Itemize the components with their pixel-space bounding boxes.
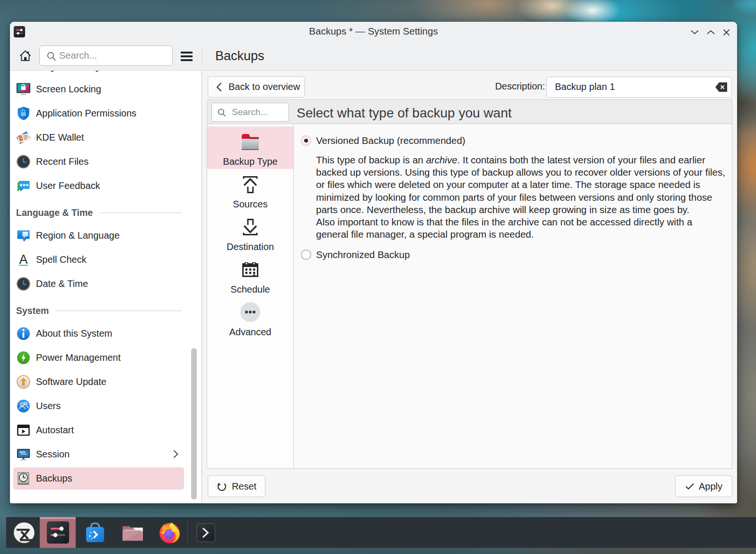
svg-text:A: A bbox=[19, 252, 27, 267]
